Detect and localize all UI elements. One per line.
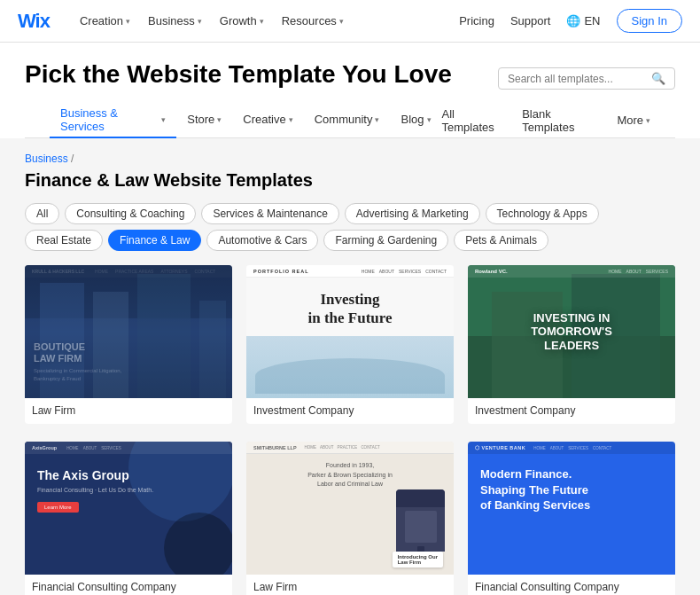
section-title: Finance & Law Website Templates: [25, 170, 675, 191]
chevron-down-icon: ▾: [427, 115, 432, 124]
globe-icon: 🌐: [566, 14, 580, 27]
template-card-4[interactable]: AxisGroup HOME ABOUT SERVICES The Axis G…: [25, 442, 232, 595]
chevron-down-icon: ▾: [260, 17, 264, 26]
template-thumb-2: PORTFOLIO REAL HOME ABOUT SERVICES CONTA…: [246, 265, 454, 398]
pill-advertising[interactable]: Advertising & Marketing: [345, 203, 480, 224]
tab-store[interactable]: Store ▾: [176, 103, 232, 138]
nav-links: Pricing Support 🌐 EN Sign In: [459, 9, 682, 33]
template-name-3: Investment Company: [468, 398, 675, 424]
blank-templates-link[interactable]: Blank Templates: [522, 107, 599, 134]
template-card-3[interactable]: Rowland VC. HOME ABOUT SERVICES INVESTIN…: [468, 265, 675, 424]
chevron-down-icon: ▾: [375, 115, 379, 124]
template-thumb-4: AxisGroup HOME ABOUT SERVICES The Axis G…: [25, 442, 232, 575]
chevron-down-icon: ▾: [198, 17, 202, 26]
pill-farming[interactable]: Farming & Gardening: [323, 230, 448, 251]
category-tabs: Business & Services ▾ Store ▾ Creative ▾…: [25, 103, 675, 138]
pill-consulting[interactable]: Consulting & Coaching: [65, 203, 196, 224]
all-templates-link[interactable]: All Templates: [442, 107, 505, 134]
more-link[interactable]: More ▾: [617, 114, 650, 127]
template-name-2: Investment Company: [246, 398, 454, 424]
tab-community[interactable]: Community ▾: [304, 103, 391, 138]
tab-blog[interactable]: Blog ▾: [390, 103, 441, 138]
nav-growth[interactable]: Growth ▾: [211, 0, 273, 43]
template-thumb-3: Rowland VC. HOME ABOUT SERVICES INVESTIN…: [468, 265, 675, 398]
wix-logo[interactable]: Wix: [18, 10, 50, 33]
template-card-2[interactable]: PORTFOLIO REAL HOME ABOUT SERVICES CONTA…: [246, 265, 454, 424]
pill-finance[interactable]: Finance & Law: [108, 230, 201, 251]
nav-resources[interactable]: Resources ▾: [273, 0, 353, 43]
search-icon: 🔍: [651, 72, 665, 85]
nav-pricing[interactable]: Pricing: [459, 14, 494, 27]
template-name-1: Law Firm: [25, 398, 232, 424]
template-thumb-1: KRULL & HACKERS LLC HOME PRACTICE AREAS …: [25, 265, 232, 398]
nav-language[interactable]: 🌐 EN: [566, 14, 600, 27]
nav-creation[interactable]: Creation ▾: [71, 0, 139, 43]
template-card-5[interactable]: SMITHBURNE LLP HOME ABOUT PRACTICE CONTA…: [246, 442, 454, 595]
breadcrumb-parent[interactable]: Business: [25, 153, 68, 165]
pill-tech[interactable]: Technology & Apps: [486, 203, 599, 224]
tab-business-services[interactable]: Business & Services ▾: [50, 103, 176, 138]
pill-all[interactable]: All: [25, 203, 59, 224]
pill-pets[interactable]: Pets & Animals: [454, 230, 548, 251]
template-grid: KRULL & HACKERS LLC HOME PRACTICE AREAS …: [25, 265, 675, 595]
template-card-1[interactable]: KRULL & HACKERS LLC HOME PRACTICE AREAS …: [25, 265, 232, 424]
template-thumb-6: ⬡ VENTURE BANK HOME ABOUT SERVICES CONTA…: [468, 442, 675, 575]
template-name-5: Law Firm: [246, 575, 454, 595]
nav-support[interactable]: Support: [510, 14, 551, 27]
nav-business[interactable]: Business ▾: [139, 0, 211, 43]
chevron-down-icon: ▾: [339, 17, 344, 26]
chevron-down-icon: ▾: [646, 116, 650, 125]
nav-items: Creation ▾ Business ▾ Growth ▾ Resources…: [71, 0, 682, 43]
template-card-6[interactable]: ⬡ VENTURE BANK HOME ABOUT SERVICES CONTA…: [468, 442, 675, 595]
chevron-down-icon: ▾: [217, 115, 222, 124]
main-content: Business / Finance & Law Website Templat…: [0, 138, 700, 595]
signin-button[interactable]: Sign In: [617, 9, 682, 33]
search-input[interactable]: [508, 73, 651, 85]
template-name-6: Financial Consulting Company: [468, 575, 675, 595]
chevron-down-icon: ▾: [289, 115, 293, 124]
pill-realestate[interactable]: Real Estate: [25, 230, 103, 251]
template-name-4: Financial Consulting Company: [25, 575, 232, 595]
main-nav: Wix Creation ▾ Business ▾ Growth ▾ Resou…: [0, 0, 700, 43]
filter-pills: All Consulting & Coaching Services & Mai…: [25, 203, 675, 251]
category-right-items: All Templates Blank Templates More ▾: [442, 107, 651, 134]
tab-creative[interactable]: Creative ▾: [232, 103, 303, 138]
pill-services[interactable]: Services & Maintenance: [201, 203, 338, 224]
chevron-down-icon: ▾: [161, 115, 166, 124]
header-section: Pick the Website Template You Love 🔍 Bus…: [0, 43, 700, 138]
search-bar: 🔍: [498, 67, 675, 90]
chevron-down-icon: ▾: [126, 17, 130, 26]
pill-auto[interactable]: Automotive & Cars: [206, 230, 318, 251]
breadcrumb: Business /: [25, 153, 675, 165]
template-thumb-5: SMITHBURNE LLP HOME ABOUT PRACTICE CONTA…: [246, 442, 454, 575]
